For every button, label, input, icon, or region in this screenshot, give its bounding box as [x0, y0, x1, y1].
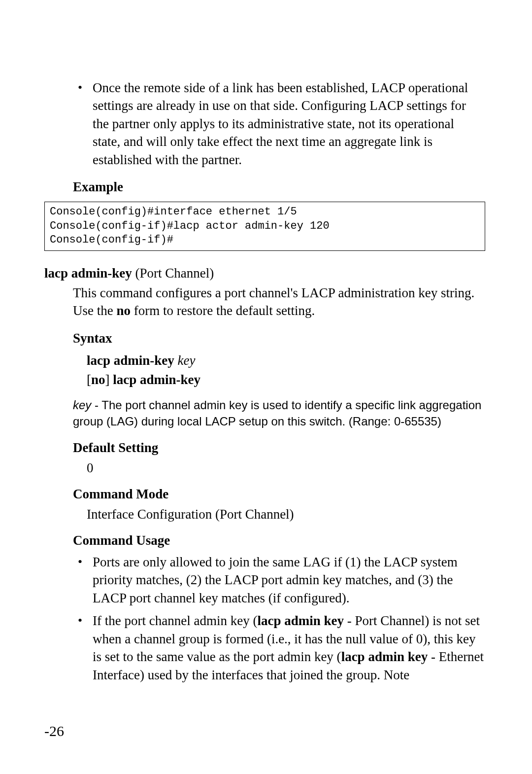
syntax-l1-ital: key [174, 353, 196, 368]
usage-bold-text: lacp admin key [341, 649, 428, 664]
usage-bold-text: lacp admin key [257, 613, 344, 628]
heading-default: Default Setting [73, 440, 485, 456]
usage-text: Ports are only allowed to join the same … [93, 555, 458, 605]
usage-text: If the port channel admin key ( [93, 613, 257, 628]
command-description: This command configures a port channel's… [73, 284, 485, 320]
heading-mode: Command Mode [73, 487, 485, 502]
command-title-bold: lacp admin-key [44, 266, 132, 281]
bullet-item: Ports are only allowed to join the same … [73, 553, 485, 607]
key-text: - The port channel admin key is used to … [73, 398, 481, 427]
key-ital: key [73, 398, 91, 412]
heading-syntax: Syntax [73, 331, 485, 346]
command-title-rest: (Port Channel) [132, 266, 214, 281]
bullet-item: Once the remote side of a link has been … [73, 79, 485, 169]
desc-bold: no [116, 303, 131, 318]
mode-value: Interface Configuration (Port Channel) [87, 507, 485, 522]
syntax-l1-bold: lacp admin-key [87, 353, 174, 368]
bullet-item: If the port channel admin key (lacp admi… [73, 612, 485, 684]
heading-usage: Command Usage [73, 533, 485, 548]
syntax-l2-mid: ] [105, 372, 113, 387]
syntax-line-1: lacp admin-key key [87, 351, 485, 370]
top-bullet-list: Once the remote side of a link has been … [73, 79, 485, 169]
command-title: lacp admin-key (Port Channel) [44, 266, 485, 281]
syntax-line-2: [no] lacp admin-key [87, 370, 485, 389]
syntax-l2-bold2: lacp admin-key [113, 372, 200, 387]
heading-example: Example [73, 179, 485, 195]
usage-bullet-list: Ports are only allowed to join the same … [73, 553, 485, 684]
syntax-l2-bold1: no [91, 372, 105, 387]
key-description: key - The port channel admin key is used… [73, 397, 485, 429]
bullet-text: Once the remote side of a link has been … [93, 80, 468, 167]
syntax-block: lacp admin-key key [no] lacp admin-key [87, 351, 485, 389]
default-value: 0 [87, 460, 485, 476]
desc-post: form to restore the default setting. [131, 303, 315, 318]
page-number: -26 [44, 723, 64, 739]
syntax-l2-pre: [ [87, 372, 91, 387]
document-page: Once the remote side of a link has been … [0, 0, 532, 774]
code-example: Console(config)#interface ethernet 1/5 C… [44, 202, 485, 251]
